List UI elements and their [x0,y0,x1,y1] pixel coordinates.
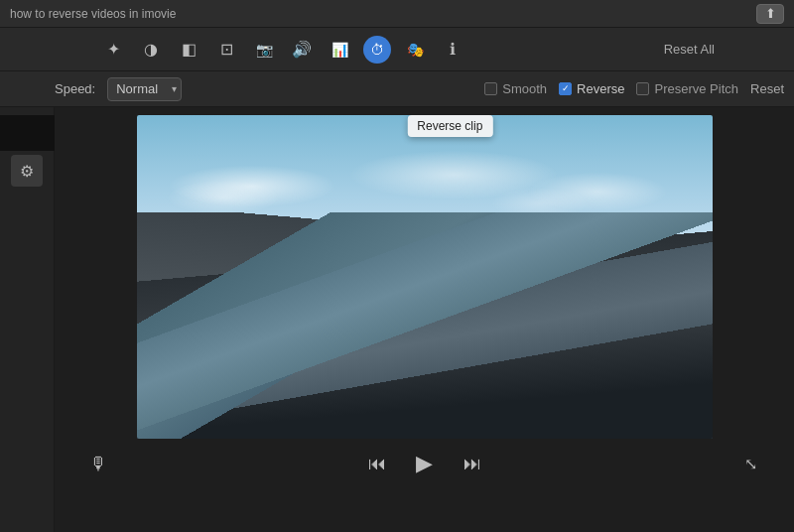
skip-forward-button[interactable]: ⏭ [457,448,488,479]
main-content: ⚙ Reverse clip 🎙 ⏮ ▶ ⏭ ⤡ [0,107,794,532]
video-area: Reverse clip 🎙 ⏮ ▶ ⏭ ⤡ [55,107,794,532]
play-button[interactable]: ▶ [409,448,441,479]
volume-icon[interactable]: 🔊 [288,36,316,64]
reverse-checkbox[interactable] [559,82,572,95]
effect-icon[interactable]: 🎭 [401,36,429,64]
video-background [137,115,713,439]
smooth-label[interactable]: Smooth [502,81,547,96]
smooth-group: Smooth [484,81,547,96]
color-board-icon[interactable]: ◧ [175,36,202,64]
speed-select-wrapper[interactable]: Normal Slow Fast Custom [107,77,182,101]
speed-icon[interactable]: ⏱ [363,36,391,64]
info-icon[interactable]: ℹ [439,36,466,64]
playback-controls: ⏮ ▶ ⏭ [361,448,488,479]
speed-row: Speed: Normal Slow Fast Custom Smooth Re… [0,71,794,107]
video-frame: Reverse clip [137,115,713,439]
color-icon[interactable]: ◑ [137,36,165,64]
preserve-pitch-label[interactable]: Preserve Pitch [654,81,738,96]
speed-label: Speed: [55,81,95,96]
window-title: how to reverse videos in imovie [10,7,176,21]
reset-all-button[interactable]: Reset All [664,42,715,57]
crop-icon[interactable]: ⊡ [212,36,240,64]
black-bar [0,115,55,151]
magic-wand-icon[interactable]: ✦ [99,36,127,64]
skip-back-button[interactable]: ⏮ [361,448,393,479]
speed-select[interactable]: Normal Slow Fast Custom [107,77,182,101]
settings-button[interactable]: ⚙ [11,155,43,187]
toolbar: ✦ ◑ ◧ ⊡ 📷 🔊 📊 ⏱ 🎭 ℹ Reset All [0,28,794,71]
preserve-pitch-group: Preserve Pitch [636,81,738,96]
sidebar: ⚙ [0,107,55,532]
reverse-label[interactable]: Reverse [577,81,624,96]
reverse-group: Reverse [559,81,624,96]
preserve-pitch-checkbox[interactable] [636,82,649,95]
equalizer-icon[interactable]: 📊 [326,36,353,64]
title-bar: how to reverse videos in imovie ⬆ [0,0,794,28]
fullscreen-button[interactable]: ⤡ [734,448,766,479]
microphone-button[interactable]: 🎙 [82,448,114,479]
video-camera-icon[interactable]: 📷 [250,36,278,64]
speed-reset-button[interactable]: Reset [750,81,784,96]
snow-overlay [137,228,713,439]
share-button[interactable]: ⬆ [756,4,784,24]
controls-bar: 🎙 ⏮ ▶ ⏭ ⤡ [63,439,786,488]
smooth-checkbox[interactable] [484,82,497,95]
